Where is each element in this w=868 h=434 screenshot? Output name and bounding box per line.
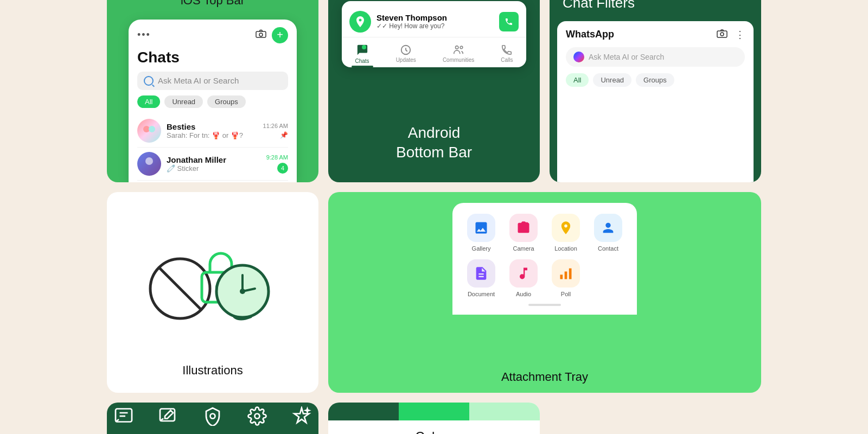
gallery-label: Gallery: [472, 245, 491, 252]
search-placeholder: Ask Meta AI or Search: [589, 53, 664, 61]
chats-heading: Chats: [137, 49, 288, 66]
svg-rect-26: [565, 271, 567, 279]
svg-point-6: [456, 46, 459, 49]
attach-poll[interactable]: Poll: [548, 259, 584, 297]
edit-message-icon: [155, 403, 182, 430]
filter-all-chip[interactable]: All: [137, 95, 160, 108]
search-placeholder: Ask Meta AI or Search: [158, 76, 239, 85]
shield-icon: [199, 403, 226, 430]
attachment-tray-card: Gallery Camera Location: [328, 192, 761, 393]
svg-point-9: [720, 33, 724, 36]
svg-rect-8: [717, 31, 727, 37]
android-bottom-bar-card: Steven Thompson ✓✓ Hey! How are you?: [328, 0, 540, 182]
attach-document[interactable]: Document: [463, 259, 499, 297]
chat-list-item[interactable]: Besties Sarah: For tn: 🦞 or 🦞? 11:26 AM …: [137, 114, 288, 148]
meta-ai-icon: [573, 52, 584, 62]
colors-card: Colors: [328, 403, 540, 435]
filters-mockup: WhatsApp ⋮ Ask Meta AI or Search: [557, 21, 754, 182]
avatar: [137, 119, 161, 143]
chat-name: Jonathan Miller: [167, 155, 261, 164]
chip-groups[interactable]: Groups: [636, 73, 674, 87]
chat-list-item[interactable]: Jonathan Miller 🧷 Sticker 9:28 AM 4: [137, 148, 288, 181]
svg-point-7: [460, 46, 463, 49]
svg-point-3: [149, 126, 155, 132]
settings-icon: [244, 403, 271, 430]
attach-gallery[interactable]: Gallery: [463, 214, 499, 252]
tab-communities[interactable]: Communities: [438, 42, 478, 66]
chip-all[interactable]: All: [566, 73, 589, 87]
illustration-area: [107, 192, 318, 363]
android-nav-tabs: Chats Updates Communities Calls: [342, 37, 526, 67]
more-options-icon[interactable]: ⋮: [735, 29, 745, 41]
attach-location[interactable]: Location: [548, 214, 584, 252]
filters-card-title: Chat Filters: [563, 0, 748, 11]
contact-label: Contact: [598, 245, 618, 252]
meta-ai-search[interactable]: Ask Meta AI or Search: [566, 47, 745, 67]
camera-icon[interactable]: [256, 29, 266, 41]
chat-time: 11:26 AM: [263, 123, 288, 129]
svg-point-4: [145, 157, 153, 165]
avatar: [349, 11, 371, 33]
audio-label: Audio: [516, 291, 531, 297]
svg-point-1: [259, 33, 263, 36]
document-label: Document: [468, 291, 495, 297]
add-chat-button[interactable]: +: [272, 27, 288, 43]
poll-label: Poll: [561, 291, 571, 297]
attach-camera[interactable]: Camera: [506, 214, 541, 252]
chat-preview: Sarah: For tn: 🦞 or 🦞?: [167, 131, 258, 139]
more-dots-icon[interactable]: •••: [137, 29, 151, 41]
unread-badge: 4: [277, 163, 288, 174]
svg-point-24: [255, 413, 260, 418]
attachment-grid-row1: Gallery Camera Location: [463, 214, 626, 252]
android-card-title: AndroidBottom Bar: [396, 123, 472, 163]
camera-icon[interactable]: [717, 29, 727, 41]
filter-chips: All Unread Groups: [137, 95, 288, 108]
chip-unread[interactable]: Unread: [593, 73, 631, 87]
contact-name: Steven Thompson: [376, 13, 447, 22]
chat-time: 9:28 AM: [266, 154, 288, 161]
filter-unread-chip[interactable]: Unread: [164, 95, 203, 108]
filter-groups-chip[interactable]: Groups: [207, 95, 246, 108]
illustrations-label: Illustrations: [182, 363, 242, 378]
pin-icon: 📌: [263, 131, 288, 139]
illustrations-card: Illustrations: [107, 192, 318, 393]
svg-line-11: [158, 267, 202, 310]
message-icon: [110, 403, 137, 430]
swatch-dark-green: [328, 403, 399, 420]
ios-top-bar-card: iOS Top Bar ••• + Chats: [107, 0, 318, 182]
chat-name: Besties: [167, 122, 258, 131]
swatch-light-green: [469, 403, 540, 420]
attachment-title: Attachment Tray: [501, 361, 588, 393]
ios-phone-mockup: ••• + Chats Ask Meta AI or Search: [129, 20, 297, 182]
search-bar[interactable]: Ask Meta AI or Search: [137, 72, 288, 90]
location-label: Location: [554, 245, 577, 252]
attach-audio[interactable]: Audio: [506, 259, 541, 297]
chat-filters-card: Chat Filters WhatsApp ⋮: [550, 0, 761, 182]
attachment-mockup: Gallery Camera Location: [452, 203, 637, 315]
ios-card-title: iOS Top Bar: [181, 0, 245, 8]
svg-rect-27: [569, 268, 572, 279]
tab-chats[interactable]: Chats: [351, 42, 374, 66]
avatar: [137, 152, 161, 176]
lock-illustration: [142, 224, 283, 332]
colors-label: Colors: [415, 420, 452, 435]
filter-chips-row: All Unread Groups: [566, 73, 745, 87]
camera-label: Camera: [513, 245, 534, 252]
app-name: WhatsApp: [566, 29, 614, 40]
tab-calls[interactable]: Calls: [496, 42, 517, 66]
swatch-mid-green: [399, 403, 469, 420]
bottom-indicator: [528, 304, 561, 306]
icons-card: Icons: [107, 403, 318, 435]
sparkle-icon: [288, 403, 315, 430]
attachment-grid-row2: Document Audio Poll: [463, 259, 626, 297]
icons-row: [110, 403, 315, 430]
tab-updates[interactable]: Updates: [392, 42, 420, 66]
attach-placeholder: [590, 259, 626, 297]
attach-contact[interactable]: Contact: [590, 214, 626, 252]
search-icon: [144, 76, 154, 86]
contact-status: ✓✓ Hey! How are you?: [376, 22, 447, 30]
color-swatches: [328, 403, 540, 420]
call-button[interactable]: [499, 12, 519, 31]
svg-rect-25: [560, 275, 563, 279]
android-mockup: Steven Thompson ✓✓ Hey! How are you?: [342, 1, 526, 67]
